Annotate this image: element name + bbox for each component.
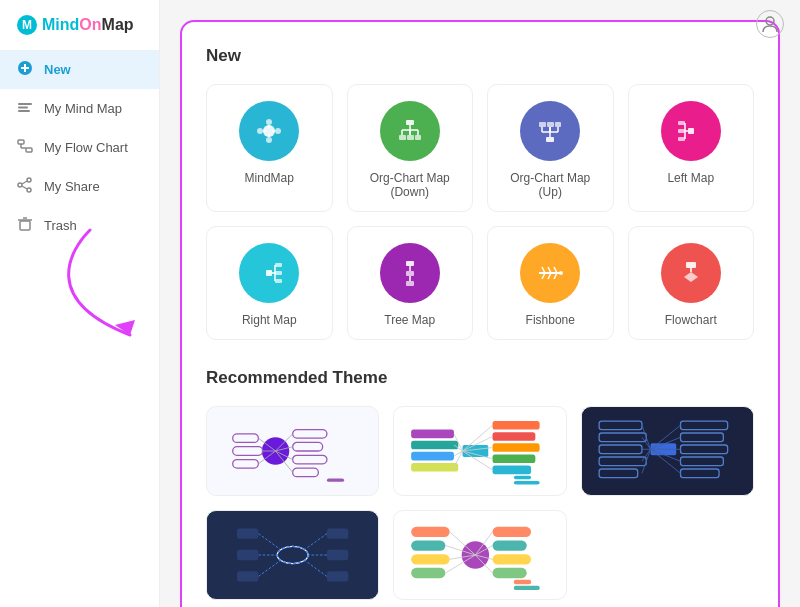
svg-rect-152	[327, 528, 348, 538]
svg-rect-64	[406, 281, 414, 286]
svg-rect-102	[493, 466, 532, 475]
logo-on: On	[79, 16, 101, 33]
logo-text: MindOnMap	[42, 16, 134, 34]
sidebar-item-new[interactable]: New	[0, 50, 159, 89]
svg-rect-97	[463, 445, 489, 457]
svg-rect-38	[546, 137, 554, 142]
svg-rect-104	[411, 441, 458, 450]
rightmap-icon-circle	[239, 243, 299, 303]
theme-item-2[interactable]	[393, 406, 566, 496]
svg-rect-47	[688, 128, 694, 134]
svg-rect-57	[275, 263, 282, 267]
svg-rect-159	[493, 554, 532, 564]
svg-rect-39	[539, 122, 546, 127]
orgdown-svg	[395, 116, 425, 146]
svg-rect-48	[678, 121, 685, 125]
svg-rect-40	[547, 122, 554, 127]
svg-rect-99	[493, 432, 536, 441]
theme-item-5[interactable]	[393, 510, 566, 600]
map-item-org-chart-up[interactable]: Org-Chart Map (Up)	[487, 84, 614, 212]
svg-point-13	[18, 183, 22, 187]
svg-rect-105	[411, 452, 454, 461]
fishbone-svg	[535, 258, 565, 288]
theme-item-4[interactable]	[206, 510, 379, 600]
svg-rect-161	[411, 527, 450, 537]
sidebar-item-my-mind-map[interactable]: My Mind Map	[0, 89, 159, 128]
theme4-preview	[207, 511, 378, 599]
sidebar-item-my-share[interactable]: My Share	[0, 167, 159, 206]
svg-rect-41	[555, 122, 561, 127]
svg-rect-17	[20, 221, 30, 230]
svg-rect-116	[514, 476, 531, 479]
share-icon	[16, 177, 34, 196]
svg-rect-95	[327, 478, 344, 481]
map-item-left-map[interactable]: Left Map	[628, 84, 755, 212]
map-grid: MindMap Org-Chart Map (Down) Org-Chart M…	[206, 84, 754, 340]
main-area: New MindMap Org-Chart Map (Down)	[160, 0, 800, 607]
fishbone-icon-circle	[520, 243, 580, 303]
mind-map-icon	[16, 99, 34, 118]
svg-rect-140	[207, 516, 378, 593]
svg-rect-9	[26, 148, 32, 152]
svg-marker-76	[684, 272, 698, 282]
mindmap-svg	[254, 116, 284, 146]
sidebar: M MindOnMap New My Mind Map	[0, 0, 160, 607]
orgdown-icon-circle	[380, 101, 440, 161]
orgup-label: Org-Chart Map (Up)	[498, 171, 603, 199]
svg-rect-29	[406, 120, 414, 125]
logo-map-text: Map	[102, 16, 134, 33]
recommended-title: Recommended Theme	[206, 368, 754, 388]
map-item-fishbone[interactable]: Fishbone	[487, 226, 614, 340]
mindmap-label: MindMap	[245, 171, 294, 185]
sidebar-trash-label: Trash	[44, 218, 77, 233]
theme-item-3[interactable]	[581, 406, 754, 496]
svg-rect-63	[406, 271, 414, 276]
sidebar-new-label: New	[44, 62, 71, 77]
svg-point-22	[275, 128, 281, 134]
svg-point-175	[766, 17, 774, 25]
svg-point-21	[266, 119, 272, 125]
svg-rect-106	[411, 463, 458, 472]
svg-text:M: M	[22, 18, 32, 32]
logo-icon: M	[16, 14, 38, 36]
map-item-org-chart-down[interactable]: Org-Chart Map (Down)	[347, 84, 474, 212]
treemap-icon-circle	[380, 243, 440, 303]
svg-rect-56	[266, 270, 272, 276]
svg-rect-149	[237, 528, 258, 538]
map-item-mindmap[interactable]: MindMap	[206, 84, 333, 212]
svg-rect-160	[493, 568, 527, 578]
svg-point-12	[27, 178, 31, 182]
theme3-preview	[582, 407, 753, 495]
leftmap-svg	[676, 116, 706, 146]
theme-item-1[interactable]	[206, 406, 379, 496]
svg-rect-163	[411, 554, 450, 564]
rightmap-label: Right Map	[242, 313, 297, 327]
page-wrapper: M MindOnMap New My Mind Map	[0, 0, 800, 607]
svg-rect-62	[406, 261, 414, 266]
flowchart-svg	[676, 258, 706, 288]
svg-point-14	[27, 188, 31, 192]
trash-icon	[16, 216, 34, 235]
map-item-flowchart[interactable]: Flowchart	[628, 226, 755, 340]
svg-rect-173	[514, 580, 531, 584]
map-item-right-map[interactable]: Right Map	[206, 226, 333, 340]
svg-rect-6	[18, 107, 28, 109]
flowchart-icon-circle	[661, 243, 721, 303]
new-icon	[16, 60, 34, 79]
svg-rect-7	[18, 110, 30, 112]
theme-grid	[206, 406, 754, 600]
content-box: New MindMap Org-Chart Map (Down)	[180, 20, 780, 607]
svg-rect-5	[18, 103, 32, 105]
sidebar-item-my-flow-chart[interactable]: My Flow Chart	[0, 128, 159, 167]
orgup-icon-circle	[520, 101, 580, 161]
leftmap-icon-circle	[661, 101, 721, 161]
topbar	[756, 10, 784, 38]
map-item-tree-map[interactable]: Tree Map	[347, 226, 474, 340]
sidebar-item-trash[interactable]: Trash	[0, 206, 159, 245]
mindmap-icon-circle	[239, 101, 299, 161]
svg-rect-50	[678, 137, 685, 141]
new-section-title: New	[206, 46, 754, 66]
user-avatar-button[interactable]	[756, 10, 784, 38]
svg-rect-164	[411, 568, 445, 578]
svg-rect-31	[407, 135, 414, 140]
